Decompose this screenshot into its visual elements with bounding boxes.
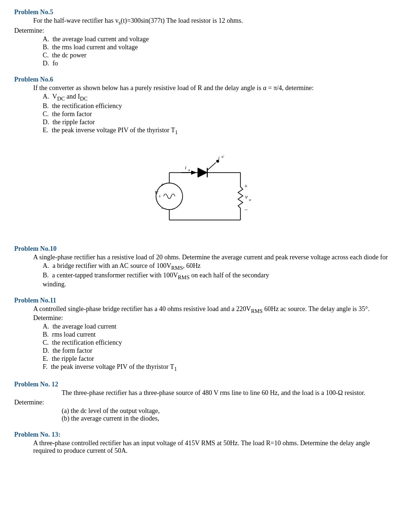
item-letter: B. [43,272,49,279]
list-item: (a) the dc level of the output voltage, [62,407,391,415]
list-item: A. a bridge rectifier with an AC source … [43,262,391,271]
problem-11-intro: A controlled single-phase bridge rectifi… [33,305,391,322]
problem-12-body: The three-phase rectifier has a three-ph… [14,389,391,422]
problem-5-title: Problem No.5 [14,9,391,16]
problem-13: Problem No. 13: A three-phase controlled… [14,431,391,455]
list-item: D. the form factor [43,347,391,355]
svg-text:i: i [218,155,220,161]
problem-11-title: Problem No.11 [14,297,391,304]
problem-10: Problem No.10 A single-phase rectifier h… [14,245,391,288]
problem-5-list: A. the average load current and voltage … [43,36,391,67]
problem-5: Problem No.5 For the half-wave rectifier… [14,9,391,67]
problem-12-determine: Determine: [14,399,391,406]
list-item: E. the peak inverse voltage PIV of the t… [43,127,391,136]
problem-12-intro: The three-phase rectifier has a three-ph… [62,389,391,397]
problem-6-intro: If the converter as shown below has a pu… [33,84,391,92]
svg-text:i: i [185,165,186,170]
problem-6-list: A. VDC and IDC B. the rectification effi… [43,93,391,136]
problem-6: Problem No.6 If the converter as shown b… [14,76,391,237]
list-item: C. the rectification efficiency [43,339,391,347]
svg-text:s/: s/ [221,155,224,159]
svg-text:a: a [188,168,190,172]
list-item: A. VDC and IDC [43,93,391,102]
problem-11-body: A controlled single-phase bridge rectifi… [14,305,391,372]
item-letter: C. [43,339,49,346]
item-letter: A. [43,323,49,330]
list-item: C. the dc power [43,52,391,59]
problem-6-title: Problem No.6 [14,76,391,83]
svg-text:−: − [244,206,248,213]
list-item: B. the rectification efficiency [43,102,391,110]
problem-10-list: A. a bridge rectifier with an AC source … [43,262,391,288]
svg-text:+: + [161,181,164,188]
problem-12: Problem No. 12 The three-phase rectifier… [14,381,391,422]
problem-13-body: A three-phase controlled rectifier has a… [14,440,391,455]
problem-5-body: For the half-wave rectifier has vs(t)=30… [14,17,391,67]
problem-12-title: Problem No. 12 [14,381,391,388]
item-letter: C. [43,52,49,59]
circuit-svg: + − V s i a [141,142,264,237]
list-item: B. a center-tapped transformer rectifier… [43,272,289,288]
item-letter: E. [43,127,48,134]
item-letter: A. [43,36,49,43]
problem-10-title: Problem No.10 [14,245,391,253]
problem-12-subitems: (a) the dc level of the output voltage, … [62,407,391,422]
item-letter: B. [43,44,49,51]
list-item: A. the average load current [43,323,391,330]
svg-text:o: o [249,197,251,202]
item-letter: C. [43,110,49,118]
item-letter: D. [43,60,49,67]
item-letter: E. [43,355,48,362]
list-item: F. the peak inverse voltage PIV of the t… [43,363,391,372]
list-item: D. the ripple factor [43,119,391,126]
item-letter: F. [43,363,47,370]
problem-10-intro: A single-phase rectifier has a resistive… [33,254,391,261]
problem-5-determine: Determine: [14,27,391,35]
svg-text:+: + [244,183,248,190]
list-item: B. the rms load current and voltage [43,44,391,51]
list-item: E. the ripple factor [43,355,391,363]
item-letter: B. [43,331,49,338]
svg-text:V: V [155,190,159,196]
list-item: (b) the average current in the diodes, [62,415,391,422]
problem-10-body: A single-phase rectifier has a resistive… [14,254,391,288]
problem-11-list: A. the average load current B. rms load … [43,323,391,372]
list-item: A. the average load current and voltage [43,36,391,43]
circuit-diagram: + − V s i a [14,142,391,237]
page-content: Problem No.5 For the half-wave rectifier… [14,9,391,455]
item-letter: B. [43,102,49,110]
problem-6-body: If the converter as shown below has a pu… [14,84,391,237]
svg-text:−: − [161,205,164,212]
item-letter: A. [43,262,49,269]
problem-13-intro: A three-phase controlled rectifier has a… [33,440,391,455]
list-item: C. the form factor [43,110,391,118]
list-item: D. fo [43,60,391,67]
svg-line-12 [207,163,216,170]
item-letter: A. [43,93,49,100]
problem-11: Problem No.11 A controlled single-phase … [14,297,391,372]
item-letter: D. [43,119,49,126]
svg-text:v: v [245,193,248,200]
svg-text:s: s [159,193,161,198]
svg-marker-10 [198,168,207,177]
item-letter: D. [43,347,49,354]
problem-13-title: Problem No. 13: [14,431,391,439]
problem-5-intro: For the half-wave rectifier has vs(t)=30… [33,17,391,26]
list-item: B. rms load current [43,331,391,339]
